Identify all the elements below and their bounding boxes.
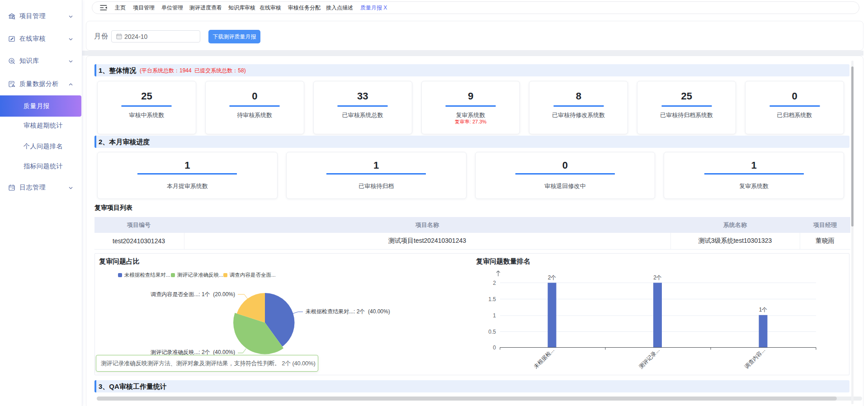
svg-text:未根据检...: 未根据检... — [533, 347, 556, 370]
svg-text:0: 0 — [493, 345, 496, 351]
svg-text:2个: 2个 — [548, 274, 557, 281]
svg-text:1.5: 1.5 — [488, 296, 496, 302]
svg-text:2个: 2个 — [653, 274, 662, 281]
svg-text:调查内容...: 调查内容... — [743, 347, 766, 370]
svg-text:1个: 1个 — [759, 307, 768, 313]
svg-text:测评记录...: 测评记录... — [637, 347, 661, 370]
svg-text:1: 1 — [493, 312, 496, 319]
svg-text:2: 2 — [493, 280, 496, 286]
svg-text:0.5: 0.5 — [488, 329, 496, 335]
